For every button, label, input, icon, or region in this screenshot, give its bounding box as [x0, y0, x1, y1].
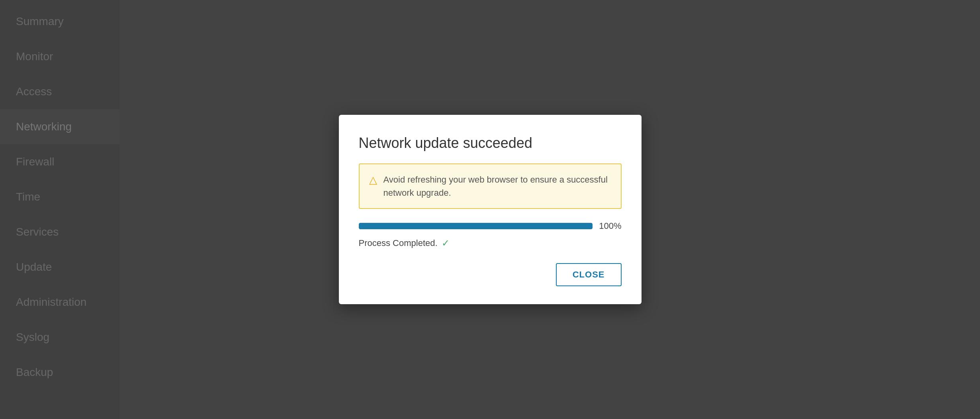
process-completed-label: Process Completed. — [359, 238, 438, 248]
progress-bar-fill — [359, 223, 593, 229]
progress-percent: 100% — [599, 221, 621, 231]
modal-dialog: Network update succeeded △ Avoid refresh… — [339, 115, 642, 304]
progress-bar-wrapper — [359, 223, 593, 229]
overlay: Network update succeeded △ Avoid refresh… — [0, 0, 980, 419]
modal-footer: CLOSE — [359, 263, 622, 286]
modal-title: Network update succeeded — [359, 135, 622, 151]
warning-icon: △ — [369, 174, 377, 186]
check-icon: ✓ — [442, 238, 450, 249]
warning-text: Avoid refreshing your web browser to ens… — [383, 173, 611, 199]
progress-container: 100% — [359, 221, 622, 231]
close-button[interactable]: CLOSE — [556, 263, 622, 286]
warning-box: △ Avoid refreshing your web browser to e… — [359, 163, 622, 209]
process-completed: Process Completed. ✓ — [359, 238, 622, 249]
